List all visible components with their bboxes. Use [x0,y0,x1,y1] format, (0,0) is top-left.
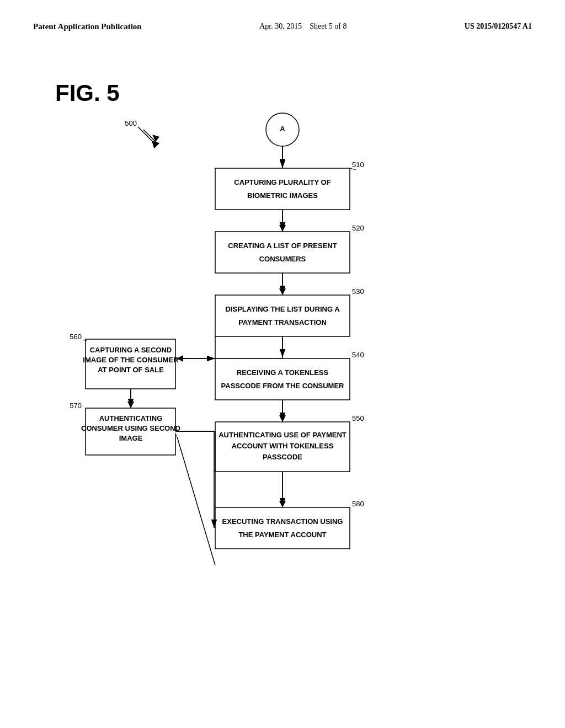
box-510 [215,168,350,210]
node-560-label: 560 [70,333,82,341]
node-520-label: 520 [352,224,364,232]
box-540-text-2: PASSCODE FROM THE CONSUMER [221,382,345,390]
diagram-container: 500 A CAPTURING PLURALITY OF BIOMETRIC I… [0,88,565,695]
box-580-text-2: THE PAYMENT ACCOUNT [238,531,326,539]
page-header: Patent Application Publication Apr. 30, … [0,0,565,42]
node-540-label: 540 [352,351,364,359]
box-560-text-3: AT POINT OF SALE [98,366,164,374]
box-580-text-1: EXECUTING TRANSACTION USING [222,517,343,526]
box-580 [215,507,350,549]
svg-line-22 [175,431,215,507]
box-570-text-3: IMAGE [119,434,143,442]
node-530-label: 530 [352,287,364,296]
svg-line-0 [138,127,152,141]
box-530 [215,295,350,336]
header-left: Patent Application Publication [33,22,142,31]
svg-marker-3 [152,135,159,142]
box-570-text-2: CONSUMER USING SECOND [81,424,180,432]
header-sheet: Sheet 5 of 8 [310,22,347,30]
connector-a-label: A [280,125,285,133]
node-510-label: 510 [352,160,364,169]
box-550-text-1: AUTHENTICATING USE OF PAYMENT [218,431,347,439]
node-570-label: 570 [70,402,82,410]
box-540 [215,358,350,400]
node-550-label: 550 [352,414,364,422]
box-540-text-1: RECEIVING A TOKENLESS [237,368,329,377]
box-520 [215,232,350,273]
box-550-text-3: PASSCODE [263,453,302,461]
header-center: Apr. 30, 2015 Sheet 5 of 8 [259,22,347,31]
box-520-text-1: CREATING A LIST OF PRESENT [228,242,337,250]
box-570-text-1: AUTHENTICATING [99,414,163,422]
box-530-text-2: PAYMENT TRANSACTION [238,318,327,326]
box-510-text-1: CAPTURING PLURALITY OF [234,178,331,186]
header-right: US 2015/0120547 A1 [465,22,532,31]
box-510-text-2: BIOMETRIC IMAGES [247,191,318,200]
box-560-text-1: CAPTURING A SECOND [90,346,172,354]
node-580-label: 580 [352,500,364,508]
box-530-text-1: DISPLAYING THE LIST DURING A [225,305,340,313]
box-520-text-2: CONSUMERS [259,255,306,263]
box-560-text-2: IMAGE OF THE CONSUMER [83,356,179,364]
box-550-text-2: ACCOUNT WITH TOKENLESS [232,442,334,450]
svg-line-17 [175,431,215,565]
diagram-id-label: 500 [125,119,137,127]
header-date: Apr. 30, 2015 [259,22,302,30]
